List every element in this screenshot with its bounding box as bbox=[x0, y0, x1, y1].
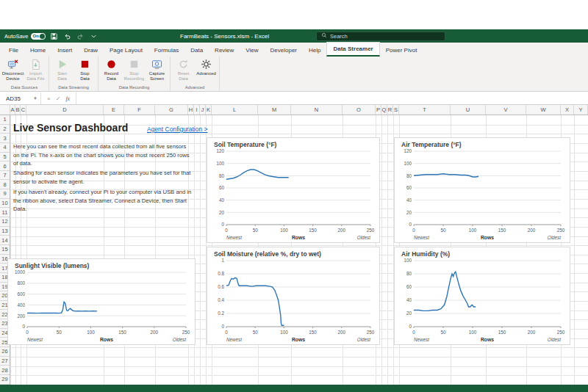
column-header-V[interactable]: V bbox=[486, 105, 526, 115]
chart-title: Air Humidity (%) bbox=[395, 247, 570, 258]
row-header-9[interactable]: 9 bbox=[0, 189, 10, 199]
name-box[interactable]: AD35 ▼ bbox=[0, 92, 41, 104]
row-header-12[interactable]: 12 bbox=[0, 217, 10, 227]
redo-icon[interactable] bbox=[76, 32, 85, 40]
row-header-15[interactable]: 15 bbox=[0, 245, 10, 255]
column-header-C[interactable]: C bbox=[21, 105, 26, 115]
column-header-E[interactable]: E bbox=[104, 105, 124, 115]
column-header-S[interactable]: S bbox=[393, 105, 399, 115]
row-header-7[interactable]: 7 bbox=[0, 171, 10, 181]
row-header-26[interactable]: 26 bbox=[0, 347, 10, 357]
stop-data-button[interactable]: StopData bbox=[74, 57, 96, 84]
insert-function-icon[interactable]: fx bbox=[65, 95, 70, 102]
column-header-L[interactable]: L bbox=[212, 105, 258, 115]
tab-home[interactable]: Home bbox=[24, 44, 51, 57]
svg-text:1: 1 bbox=[221, 258, 224, 263]
column-header-R[interactable]: R bbox=[387, 105, 393, 115]
row-header-11[interactable]: 11 bbox=[0, 208, 10, 217]
svg-text:150: 150 bbox=[309, 228, 317, 233]
tab-data[interactable]: Data bbox=[184, 44, 209, 57]
formula-input[interactable] bbox=[76, 92, 588, 104]
tab-developer[interactable]: Developer bbox=[265, 44, 303, 57]
tab-view[interactable]: View bbox=[240, 44, 264, 57]
chart-sunlight-visible[interactable]: Sunlight Visible (lumens)020040060080010… bbox=[7, 258, 196, 345]
svg-text:0: 0 bbox=[221, 222, 224, 227]
svg-text:250: 250 bbox=[367, 228, 375, 233]
column-header-N[interactable]: N bbox=[291, 105, 343, 115]
column-header-P[interactable]: P bbox=[376, 105, 381, 115]
tab-help[interactable]: Help bbox=[303, 44, 326, 57]
record-data-icon bbox=[106, 59, 117, 70]
tab-formulas[interactable]: Formulas bbox=[148, 44, 184, 57]
tab-file[interactable]: File bbox=[3, 44, 24, 57]
column-header-K[interactable]: K bbox=[206, 105, 212, 115]
stop-recording-button[interactable]: StopRecording bbox=[123, 57, 146, 84]
column-header-D[interactable]: D bbox=[26, 105, 104, 115]
svg-text:50: 50 bbox=[57, 330, 62, 335]
row-header-13[interactable]: 13 bbox=[0, 227, 10, 236]
chart-soil-moisture[interactable]: Soil Moisture (relative %, dry to wet)00… bbox=[207, 247, 380, 345]
column-header-B[interactable]: B bbox=[15, 105, 21, 115]
tab-draw[interactable]: Draw bbox=[78, 44, 104, 57]
row-header-6[interactable]: 6 bbox=[0, 161, 10, 171]
row-header-29[interactable]: 29 bbox=[0, 375, 10, 385]
grid-line bbox=[10, 134, 588, 134]
row-header-28[interactable]: 28 bbox=[0, 366, 10, 375]
reset-data-button[interactable]: ResetData bbox=[172, 57, 195, 84]
tab-page-layout[interactable]: Page Layout bbox=[104, 44, 148, 57]
row-header-5[interactable]: 5 bbox=[0, 153, 10, 162]
column-header-Y[interactable]: Y bbox=[574, 105, 588, 115]
svg-text:Newest: Newest bbox=[27, 337, 43, 342]
svg-text:50: 50 bbox=[253, 330, 259, 335]
search-box[interactable]: Search bbox=[316, 32, 445, 41]
undo-icon[interactable] bbox=[63, 32, 72, 40]
agent-configuration-link[interactable]: Agent Configuration > bbox=[147, 126, 207, 133]
capture-screen-button[interactable]: CaptureScreen bbox=[146, 57, 168, 84]
column-header-W[interactable]: W bbox=[526, 105, 561, 115]
chart-title: Air Temperature (°F) bbox=[395, 138, 570, 148]
row-header-8[interactable]: 8 bbox=[0, 180, 10, 189]
record-data-button[interactable]: RecordData bbox=[100, 57, 123, 84]
column-header-O[interactable]: O bbox=[343, 105, 376, 115]
row-header-14[interactable]: 14 bbox=[0, 236, 10, 245]
row-header-4[interactable]: 4 bbox=[0, 143, 10, 153]
column-header-J[interactable]: J bbox=[200, 105, 206, 115]
column-header-X[interactable]: X bbox=[561, 105, 574, 115]
window-title: FarmBeats - Sensors.xlsm - Excel bbox=[180, 29, 269, 43]
column-header-M[interactable]: M bbox=[258, 105, 291, 115]
chart-soil-temperature[interactable]: Soil Temperature (°F)0204060801001200501… bbox=[207, 137, 380, 243]
name-box-chevron-icon[interactable]: ▼ bbox=[33, 96, 37, 101]
column-header-H[interactable]: H bbox=[188, 105, 194, 115]
column-header-Q[interactable]: Q bbox=[381, 105, 387, 115]
save-icon[interactable] bbox=[50, 32, 59, 40]
column-header-I[interactable]: I bbox=[194, 105, 200, 115]
svg-text:50: 50 bbox=[253, 228, 259, 233]
cancel-icon[interactable]: × bbox=[47, 95, 51, 102]
tab-data-streamer[interactable]: Data Streamer bbox=[326, 42, 379, 57]
advanced-button[interactable]: Advanced bbox=[195, 57, 218, 84]
chart-air-humidity[interactable]: Air Humidity (%)020406080100050100150200… bbox=[394, 247, 570, 345]
svg-text:120: 120 bbox=[404, 148, 412, 153]
autosave-toggle[interactable]: AutoSave On bbox=[4, 33, 46, 40]
row-header-1[interactable]: 1 bbox=[0, 115, 10, 125]
column-header-U[interactable]: U bbox=[451, 105, 486, 115]
quick-access-chevron-icon[interactable] bbox=[90, 32, 98, 40]
autosave-switch-icon[interactable]: On bbox=[31, 33, 46, 40]
select-all-corner[interactable] bbox=[0, 105, 10, 115]
column-header-G[interactable]: G bbox=[155, 105, 188, 115]
column-header-F[interactable]: F bbox=[124, 105, 155, 115]
row-header-10[interactable]: 10 bbox=[0, 199, 10, 208]
tab-power-pivot[interactable]: Power Pivot bbox=[380, 44, 423, 57]
import-data-file-button[interactable]: ImportData File bbox=[24, 57, 47, 84]
column-header-T[interactable]: T bbox=[399, 105, 451, 115]
tab-review[interactable]: Review bbox=[209, 44, 240, 57]
row-header-2[interactable]: 2 bbox=[0, 125, 10, 134]
chart-air-temperature[interactable]: Air Temperature (°F)02040608010012005010… bbox=[394, 137, 570, 243]
enter-icon[interactable]: ✓ bbox=[56, 95, 61, 102]
column-header-A[interactable]: A bbox=[10, 105, 15, 115]
row-header-3[interactable]: 3 bbox=[0, 134, 10, 143]
disconnect-device-button[interactable]: DisconnectDevice bbox=[1, 57, 24, 84]
tab-insert[interactable]: Insert bbox=[51, 44, 78, 57]
row-header-27[interactable]: 27 bbox=[0, 357, 10, 366]
start-data-button[interactable]: StartData bbox=[51, 57, 74, 84]
